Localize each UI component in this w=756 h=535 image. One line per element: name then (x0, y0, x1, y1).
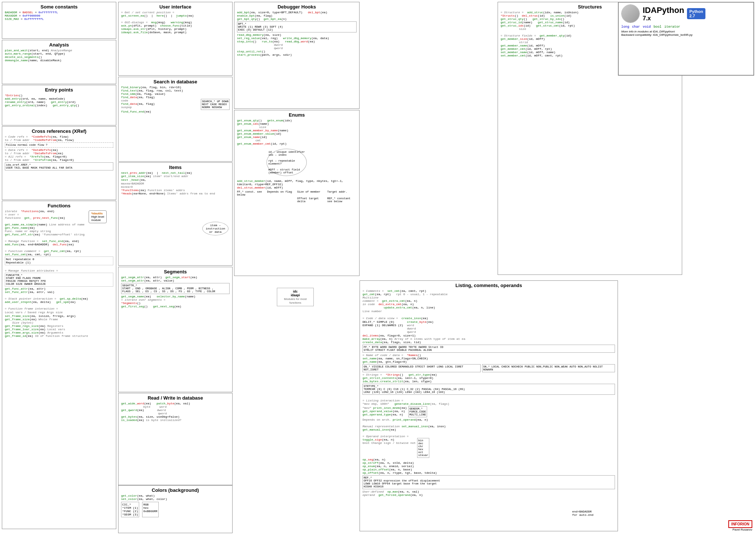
items-title: Items (121, 165, 230, 170)
entry-points-title: Entry points (5, 87, 113, 93)
author-name: Pavel Rusanov (728, 528, 752, 531)
analysis-panel: Analysis plan_and_wait(start, end) Analy… (2, 40, 116, 84)
idc-note: idc idaapi Modules for most functions (277, 288, 314, 306)
segments-title: Segments (121, 269, 230, 275)
backward-compat: Backward compatibility: IDA_DIR\python\i… (621, 33, 751, 37)
brand-text: IDAPython 7.x (643, 6, 684, 22)
inforion-badge: INFORION (728, 520, 752, 528)
analysis-title: Analysis (5, 42, 113, 48)
functions-title: Functions (5, 203, 113, 208)
items-content: next_prev_addr(ea) | next_not_tail(ea) g… (121, 171, 230, 195)
listing-content: = Comments = set_cmt(ea, cmnt, rpt) get_… (362, 289, 615, 497)
entry-points-panel: Entry points *Entries() add_entry(ord, e… (2, 85, 116, 125)
readwrite-panel: Read / Write in database get_wide_word(e… (118, 393, 233, 485)
xref-content: = Code refs = *CodeRefsTo(ea, flow) to /… (5, 135, 113, 170)
enums-panel: Enums get_enum_qty() getn_enum(idx) get_… (234, 110, 360, 276)
debugger-content: add_bpt(ea, size=0, type=BPT_DEFAULT) de… (237, 11, 357, 56)
debugger-title: Debugger Hooks (237, 4, 357, 10)
avatar (621, 4, 640, 23)
enums-content: get_enum_qty() getn_enum(idx) get_enum_i… (237, 119, 357, 203)
entry-points-content: *Entries() add_entry(ord, ea, name, make… (5, 94, 113, 107)
xref-panel: Cross references (XRef) = Code refs = *C… (2, 126, 116, 200)
segments-panel: Segments get_segm_attr(ea, attr) get_seg… (118, 267, 233, 392)
ui-content: = Get / set current position = get_scree… (121, 11, 230, 34)
idapython-title: IDAPython (643, 6, 684, 15)
idapython-brand: IDAPython 7.x Python2.7 (621, 4, 751, 23)
segments-content: get_segm_attr(ea, attr) get_segm_start(e… (121, 276, 230, 308)
listing-panel: Listing, comments, operands = Comments =… (360, 280, 618, 531)
ui-title: User interface (121, 4, 230, 10)
functions-panel: Functions iterate *Functions(ea, end) = … (2, 201, 116, 529)
more-info: More info in modules at IDA_DIR\python\ (621, 30, 751, 33)
constants-title: Some constants (5, 4, 113, 10)
search-content: find_binary(ea, flag, bin, rdx=16) find_… (121, 86, 230, 113)
main-layout: Some constants BADADDR = BADSEL = 0xffff… (0, 0, 756, 535)
analysis-content: plan_and_wait(start, end) AnalyzeRange a… (5, 49, 113, 62)
readwrite-title: Read / Write in database (121, 395, 230, 401)
colors-panel: Colors (background) get_color(ea, what) … (118, 485, 233, 533)
search-title: Search in database (121, 79, 230, 84)
version-text: 7.x (643, 15, 684, 22)
type-info: long char void bool iterator (621, 25, 751, 29)
colors-title: Colors (background) (121, 487, 230, 493)
ui-panel: User interface = Get / set current posit… (118, 2, 233, 76)
constants-panel: Some constants BADADDR = BADSEL = 0xffff… (2, 2, 116, 39)
idautils-note: *idautils High levelmodule (89, 210, 107, 223)
end-badaddr-note: end=BADADDRfor auto-end (572, 510, 594, 517)
colors-content: get_color(ea, what) set_color(ea, what, … (121, 494, 230, 517)
readwrite-content: get_wide_word(ea) patch_byte(ea, val) by… (121, 402, 230, 422)
functions-content: iterate *Functions(ea, end) = over = fun… (5, 210, 113, 338)
inforion-logo: INFORION Pavel Rusanov (728, 520, 752, 531)
debugger-panel: Debugger Hooks add_bpt(ea, size=0, type=… (234, 2, 360, 109)
idapython-header: IDAPython 7.x Python2.7 long char void b… (618, 2, 754, 76)
search-panel: Search in database find_binary(ea, flag,… (118, 77, 233, 162)
python-version-badge: Python2.7 (687, 8, 705, 19)
enums-title: Enums (237, 112, 357, 118)
constants-content: BADADDR = BADSEL = 0xffffffffL MAXADDR =… (5, 11, 113, 21)
items-panel: Items next_prev_addr(ea) | next_not_tail… (118, 162, 233, 266)
listing-title: Listing, comments, operands (362, 283, 615, 288)
xref-title: Cross references (XRef) (5, 128, 113, 134)
